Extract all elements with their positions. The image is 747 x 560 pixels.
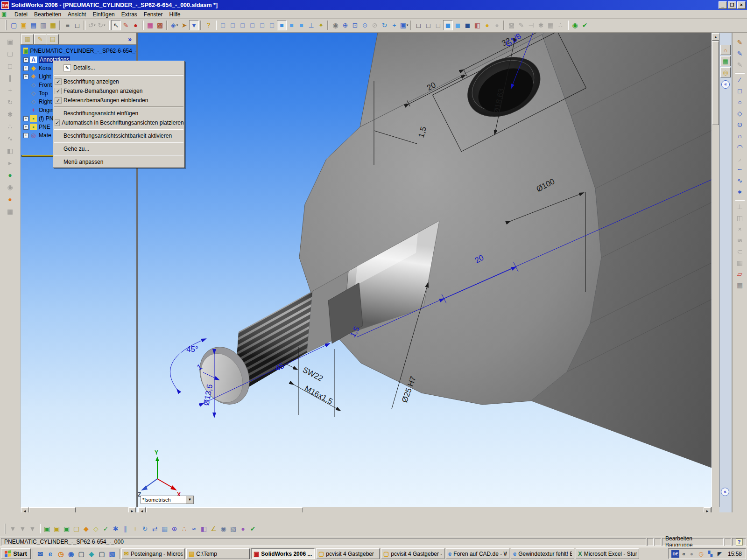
curvature-bottom-icon[interactable]: ● [238,524,248,534]
insert-component-icon[interactable]: ▣ [5,36,15,47]
toolbar-grip[interactable] [5,524,6,534]
selection-filter-icon[interactable]: ▼ ▾ [189,20,199,30]
menu-bearbeiten[interactable]: Bearbeiten [31,10,64,19]
status-help-icon[interactable]: ? [736,539,743,546]
task-pane-search-tab[interactable]: ◎ [720,67,731,77]
new-part-icon[interactable]: ▣ [52,524,62,534]
edit-color-icon[interactable]: ▦ ▾ [145,20,155,30]
menu-item-beschriftung-anzeigen[interactable]: ✓ Beschriftung anzeigen [53,77,184,86]
3d-sketch-icon[interactable]: ✎ [735,49,745,59]
menu-item-details[interactable]: ✎ Details... [53,62,184,73]
trim-entities-icon[interactable]: × [735,224,745,234]
mirror-entities-icon[interactable]: ◫ [735,213,745,223]
hide-show-components-icon[interactable]: ▢ [71,524,81,534]
open-document-icon[interactable]: ▣ ▾ [19,20,28,30]
explode-line-bottom-icon[interactable]: ≈ [189,524,199,534]
exploded-view-bottom-icon[interactable]: ∴ [179,524,189,534]
zoom-to-selection-icon[interactable]: ⊘ ▾ [370,20,380,30]
hidden-lines-removed-icon[interactable]: ◻ ▾ [433,20,443,30]
menu-item-sichtbarkeit-aktivieren[interactable]: Beschriftungsansichtssichtbarkeit aktivi… [53,131,184,140]
exploded-view-left-icon[interactable]: ∴ [5,121,15,132]
view-isometric-icon[interactable]: ■ ▾ [277,20,287,30]
display-relations-icon[interactable]: ◈ ▾ [169,20,179,30]
sketch-fillet-icon[interactable]: ◞ [735,153,745,163]
smart-fasteners-bottom-icon[interactable]: ⊕ [169,524,179,534]
rectangle-icon[interactable]: □ [735,86,745,96]
view-back-icon[interactable]: □ ▾ [228,20,238,30]
toolbox-icon[interactable]: ▦ [5,206,15,217]
menu-item-beschriftungsansicht-einfuegen[interactable]: Beschriftungsansicht einfügen [53,109,184,118]
task-pcvisit-2[interactable]: ▢ pcvisit 4 Gastgeber - ... [381,548,444,559]
language-indicator[interactable]: DE [671,550,679,558]
point-icon[interactable]: ∗ [735,187,745,197]
mate-icon[interactable]: ∥ [5,73,15,83]
simulation-icon[interactable]: ▸ [5,158,15,168]
line-icon[interactable]: ∕ [735,75,745,85]
menu-einfuegen[interactable]: Einfügen [89,10,118,19]
view-front-icon[interactable]: □ ▾ [218,20,228,30]
help-icon[interactable]: ? ▾ [204,20,213,30]
tree-root-item[interactable]: ▣ PNEUMATIC_CYLINDER_-_SP62-6-654_-_00 [22,47,136,55]
external-references-icon[interactable]: ✓ [101,524,111,534]
three-point-arc-icon[interactable]: ◠ [735,142,745,152]
convert-entities-icon[interactable]: ⊂ [735,246,745,257]
print-icon[interactable]: ≡ ▾ [63,20,72,30]
view-bottom-icon[interactable]: □ ▾ [267,20,277,30]
large-assembly-mode-icon[interactable]: ▦ ▾ [546,20,556,30]
3d-sketch-plane-icon[interactable]: ▱ [735,269,745,279]
propertymanager-tab[interactable]: ✎ [34,34,46,44]
menu-datei[interactable]: Datei [11,10,31,19]
menu-item-feature-bemassungen[interactable]: ✓ Feature-Bemaßungen anzeigen [53,86,184,96]
filter-faces-icon[interactable]: ▼ [28,524,37,534]
hidden-lines-visible-icon[interactable]: ◻ ▾ [423,20,433,30]
rotate-component-icon[interactable]: ↻ [5,97,15,107]
edrawings-animator-icon[interactable]: ◉ ▾ [570,20,580,30]
make-drawing-icon[interactable]: ▥ ▾ [38,20,48,30]
undo-icon[interactable]: ↺ ▾ [87,20,97,30]
apply-texture-icon[interactable]: ▩ ▾ [155,20,165,30]
smart-fasteners-left-icon[interactable]: ✱ [5,109,15,119]
task-pane-collapse-button[interactable]: « [721,80,730,89]
ql-scheduler-icon[interactable]: ◷ [56,549,66,559]
standard-views-icon[interactable]: ▣ ▾ [399,20,409,30]
task-pane-home-tab[interactable]: ⌂ [720,45,731,55]
viewport-vertical-scrollbar[interactable]: ▲ ▼ [712,33,719,515]
ql-window-icon[interactable]: ▢ [97,549,107,559]
menu-hilfe[interactable]: Hilfe [166,10,184,19]
zoom-in-out-icon[interactable]: ⊙ ▾ [360,20,370,30]
start-button[interactable]: Start [1,548,31,559]
tray-network-icon[interactable]: ▚ [706,550,714,558]
close-button[interactable]: × [737,1,746,9]
edit-component-icon[interactable]: ✎ ▾ [516,20,526,30]
scroll-up-icon[interactable]: ▲ [712,33,719,41]
view-orientation-combo[interactable]: *Isometrisch ▼ [141,496,194,504]
combo-dropdown-icon[interactable]: ▼ [186,496,193,504]
ql-explorer-icon[interactable]: ▧ [107,549,117,559]
view-trimetric-icon[interactable]: ■ ▾ [296,20,306,30]
move-component-icon[interactable]: + [5,85,15,95]
replace-components-icon[interactable]: ⇄ [150,524,160,534]
tray-device-icon[interactable]: ● [688,550,696,558]
filter-vertices-icon[interactable]: ▼ [8,524,18,534]
centerline-icon[interactable]: ┄ [735,164,745,175]
hide-component-icon[interactable]: ▩ ▾ [507,20,516,30]
explode-line-sketch-icon[interactable]: ∿ [5,133,15,144]
zoom-to-area-icon[interactable]: ⊡ ▾ [350,20,360,30]
tray-monitor-icon[interactable]: ◤ [716,550,724,558]
task-excel[interactable]: X Microsoft Excel - Stun... [576,548,639,559]
menu-item-menue-anpassen[interactable]: Menü anpassen [53,157,184,167]
task-pcvisit-1[interactable]: ▢ pcvisit 4 Gastgeber [316,548,380,559]
tree-tabs-more-button[interactable]: » [128,35,135,43]
modify-sketch-icon[interactable]: ✎ [735,60,745,70]
ql-outlook-icon[interactable]: ✉ [35,549,45,559]
dim-m16[interactable]: M16x1,5 [303,384,334,406]
linear-sketch-pattern-icon[interactable]: ▦ [735,258,745,268]
maximize-button[interactable]: ❐ [728,1,736,9]
new-assembly-icon[interactable]: ▣ [62,524,71,534]
interference-bottom-icon[interactable]: ◧ [199,524,209,534]
task-posteingang[interactable]: ✉ Posteingang - Microso... [121,548,185,559]
smart-fasteners-icon[interactable]: ✱ ▾ [536,20,546,30]
wireframe-icon[interactable]: ◻ ▾ [414,20,423,30]
menu-fenster[interactable]: Fenster [141,10,166,19]
photoworks-icon[interactable]: ● [5,170,15,180]
